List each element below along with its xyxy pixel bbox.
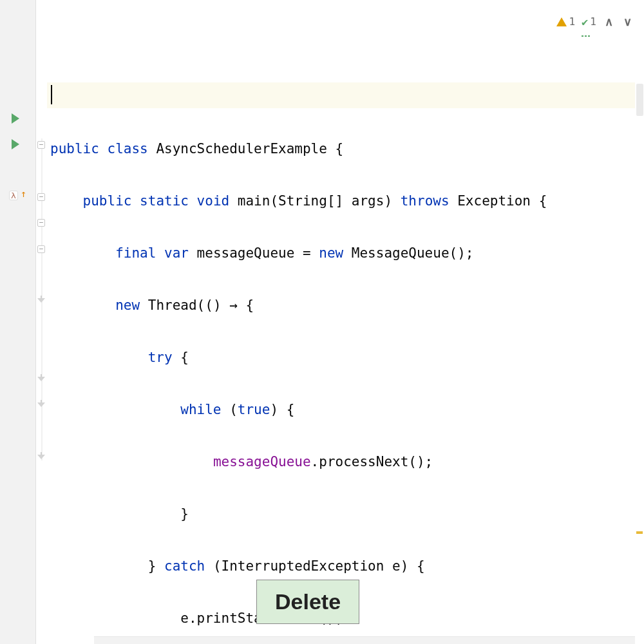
next-highlight-button[interactable]: ∨ [621,9,634,35]
typo-indicator[interactable]: ✔ 1 [582,9,596,35]
code-line: while (true) { [50,397,547,423]
fold-toggle[interactable] [37,219,45,227]
typo-icon: ✔ [582,9,588,35]
code-line: messageQueue.processNext(); [50,449,547,475]
scroll-thumb[interactable] [636,84,643,116]
warning-icon [556,17,567,26]
current-line-highlight [47,82,644,108]
warning-indicator[interactable]: 1 [556,9,575,35]
code-line: public class AsyncSchedulerExample { [50,136,547,162]
text-caret [51,85,52,104]
code-line: } [50,501,547,527]
gutter: λ ↑ [0,0,35,644]
fold-toggle[interactable] [37,245,45,253]
run-class-icon[interactable] [12,113,19,124]
code-content[interactable]: public class AsyncSchedulerExample { pub… [50,109,547,644]
prev-highlight-button[interactable]: ∧ [603,9,615,35]
run-method-icon[interactable] [12,139,19,149]
fold-toggle[interactable] [37,193,45,201]
scroll-warning-marker[interactable] [636,531,643,534]
inspection-bar: 1 ✔ 1 ∧ ∨ [556,9,634,35]
code-line: final var messageQueue = new MessageQueu… [50,240,547,267]
delete-button[interactable]: Delete [256,580,359,624]
horizontal-scrollbar[interactable] [94,636,635,644]
fold-toggle[interactable] [37,141,45,149]
code-line: try { [50,345,547,371]
lambda-arrow-icon: ↑ [21,188,26,200]
fold-end-icon[interactable] [37,297,45,305]
code-line: public static void main(String[] args) t… [50,188,547,214]
warning-count: 1 [569,9,575,35]
code-area[interactable]: 1 ✔ 1 ∧ ∨ public class AsyncSchedulerExa… [47,0,644,644]
code-line: new Thread(() → { [50,292,547,319]
typo-count: 1 [590,9,596,35]
fold-end-icon[interactable] [37,453,45,461]
fold-column [35,0,47,644]
vertical-scrollbar[interactable] [635,0,644,644]
editor-container: λ ↑ 1 ✔ 1 ∧ ∨ public class Async [0,0,644,644]
fold-end-icon[interactable] [37,401,45,409]
lambda-icon[interactable]: λ [9,191,18,200]
code-line: } catch (InterruptedException e) { [50,553,547,580]
fold-end-icon[interactable] [37,375,45,383]
